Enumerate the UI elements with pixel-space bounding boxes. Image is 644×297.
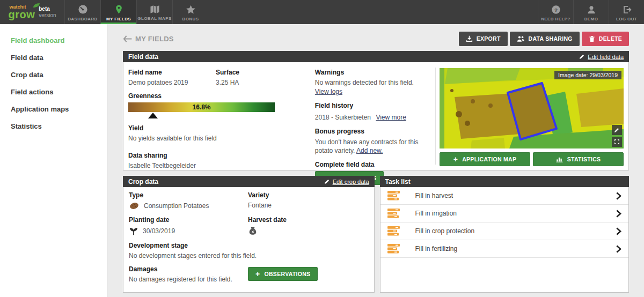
crop-data-panel-header: Crop data Edit crop data bbox=[123, 176, 375, 187]
chevron-right-icon bbox=[616, 210, 621, 218]
harvest-sack-icon bbox=[248, 226, 258, 236]
greenness-gradient-bar: 16.8% bbox=[128, 102, 275, 112]
brand-logo[interactable]: watchit grow beta version bbox=[0, 0, 64, 24]
trash-icon bbox=[589, 35, 595, 42]
gauge-icon bbox=[78, 4, 88, 14]
export-button[interactable]: EXPORT bbox=[459, 32, 508, 46]
logout-icon bbox=[622, 5, 632, 14]
potato-icon bbox=[129, 202, 140, 210]
data-sharing-value: Isabelle Teeltbegeleider bbox=[128, 162, 312, 169]
nav-my-fields[interactable]: MY FIELDS bbox=[100, 0, 136, 24]
chevron-right-icon bbox=[616, 245, 621, 253]
main-content: MY FIELDS EXPORT DATA SHARING DELETE bbox=[108, 24, 644, 297]
field-data-panel-body: Field name Demo potatoes 2019 Surface 3.… bbox=[123, 62, 629, 170]
task-row-fill-in-fertilizing[interactable]: Fill in fertilizing bbox=[380, 240, 629, 258]
task-list-icon bbox=[387, 244, 401, 254]
damages-value: No damages registered for this field. bbox=[129, 276, 248, 283]
image-tool-buttons bbox=[612, 125, 622, 147]
view-more-link[interactable]: View more bbox=[376, 114, 406, 121]
field-data-panel-header: Field data Edit field data bbox=[123, 51, 629, 62]
left-sidebar: Field dashboard Field data Crop data Fie… bbox=[0, 24, 107, 297]
task-list-icon bbox=[387, 209, 401, 218]
people-icon bbox=[517, 35, 525, 42]
sidebar-item-field-dashboard[interactable]: Field dashboard bbox=[11, 35, 107, 47]
task-label: Fill in harvest bbox=[415, 192, 616, 199]
field-panel-divider bbox=[435, 68, 436, 165]
harvest-date-label: Harvest date bbox=[248, 216, 369, 224]
brand-grow-text: grow bbox=[8, 9, 35, 20]
back-to-my-fields-link[interactable]: MY FIELDS bbox=[123, 35, 174, 43]
statistics-button-label: STATISTICS bbox=[567, 156, 601, 162]
warnings-label: Warnings bbox=[315, 69, 430, 76]
fullscreen-button[interactable] bbox=[612, 137, 622, 147]
field-name-label: Field name bbox=[128, 69, 216, 76]
field-data-panel: Field data Edit field data Field name De… bbox=[123, 51, 629, 170]
task-row-fill-in-crop-protection[interactable]: Fill in crop protection bbox=[380, 222, 629, 240]
sidebar-item-statistics[interactable]: Statistics bbox=[11, 121, 107, 132]
add-new-contract-link[interactable]: Add new. bbox=[356, 147, 383, 154]
download-icon bbox=[466, 35, 473, 42]
statistics-button[interactable]: STATISTICS bbox=[533, 152, 624, 166]
nav-user-demo[interactable]: DEMO bbox=[573, 0, 609, 24]
chevron-right-icon bbox=[616, 227, 621, 235]
navbar-spacer bbox=[208, 0, 538, 24]
task-list-panel-title: Task list bbox=[385, 178, 411, 185]
nav-global-maps[interactable]: GLOBAL MAPS bbox=[136, 0, 172, 24]
nav-bonus[interactable]: BONUS bbox=[172, 0, 208, 24]
edit-crop-data-link-label: Edit crop data bbox=[333, 179, 369, 185]
greenness-marker-icon bbox=[148, 113, 158, 118]
nav-log-out[interactable]: LOG OUT bbox=[609, 0, 644, 24]
field-data-left-column: Field name Demo potatoes 2019 Surface 3.… bbox=[128, 66, 312, 170]
field-name-value: Demo potatoes 2019 bbox=[128, 79, 216, 86]
crop-data-panel-body: Type Consumption Potatoes Variety Fontan… bbox=[123, 187, 375, 293]
fullscreen-icon bbox=[614, 139, 620, 145]
delete-button-label: DELETE bbox=[599, 35, 622, 42]
task-row-fill-in-irrigation[interactable]: Fill in irrigation bbox=[380, 205, 629, 222]
planting-date-label: Planting date bbox=[129, 216, 248, 224]
data-sharing-button[interactable]: DATA SHARING bbox=[510, 32, 580, 46]
data-sharing-button-label: DATA SHARING bbox=[529, 35, 573, 42]
watchitgrow-app: watchit grow beta version DASHBOARD MY F… bbox=[0, 0, 644, 297]
nav-need-help[interactable]: ? NEED HELP? bbox=[538, 0, 573, 24]
greenness-label: Greenness bbox=[128, 92, 312, 100]
view-logs-link[interactable]: View logs bbox=[315, 88, 342, 95]
image-action-buttons: + APPLICATION MAP STATISTICS bbox=[440, 152, 624, 166]
svg-text:?: ? bbox=[554, 6, 557, 12]
version-text: version bbox=[39, 12, 56, 18]
nav-dashboard-label: DASHBOARD bbox=[68, 17, 98, 21]
sidebar-item-field-data[interactable]: Field data bbox=[11, 52, 107, 64]
development-stage-value: No development stages entered for this f… bbox=[129, 252, 369, 259]
field-data-panel-title: Field data bbox=[128, 53, 158, 61]
image-date-badge: Image date: 29/03/2019 bbox=[554, 71, 621, 79]
export-button-label: EXPORT bbox=[477, 35, 501, 42]
field-history-value: 2018 - Suikerbieten bbox=[315, 114, 371, 121]
task-row-fill-in-harvest[interactable]: Fill in harvest bbox=[380, 187, 629, 205]
edit-field-shape-button[interactable] bbox=[612, 125, 622, 135]
sidebar-item-application-maps[interactable]: Application maps bbox=[11, 103, 107, 115]
page-toolbar: MY FIELDS EXPORT DATA SHARING DELETE bbox=[123, 31, 629, 46]
edit-field-data-link[interactable]: Edit field data bbox=[579, 54, 624, 60]
ndvi-map-graphic bbox=[440, 68, 624, 148]
sidebar-item-crop-data[interactable]: Crop data bbox=[11, 69, 107, 81]
nav-need-help-label: NEED HELP? bbox=[541, 17, 570, 21]
field-ndvi-image[interactable]: Image date: 29/03/2019 bbox=[440, 68, 624, 148]
plus-icon: + bbox=[255, 270, 260, 278]
map-icon bbox=[150, 5, 160, 14]
bottom-panels-row: Crop data Edit crop data Type bbox=[123, 176, 629, 293]
beta-text: beta bbox=[39, 6, 50, 12]
edit-crop-data-link[interactable]: Edit crop data bbox=[324, 179, 369, 185]
delete-button[interactable]: DELETE bbox=[582, 32, 629, 46]
observations-button-label: OBSERVATIONS bbox=[264, 271, 310, 277]
seedling-icon bbox=[129, 226, 138, 236]
nav-dashboard[interactable]: DASHBOARD bbox=[64, 0, 100, 24]
crop-type-label: Type bbox=[129, 191, 248, 199]
observations-button[interactable]: + OBSERVATIONS bbox=[248, 267, 318, 281]
plus-icon: + bbox=[453, 155, 458, 163]
nav-global-maps-label: GLOBAL MAPS bbox=[137, 16, 171, 21]
task-label: Fill in fertilizing bbox=[415, 245, 616, 253]
application-map-button[interactable]: + APPLICATION MAP bbox=[440, 152, 530, 166]
sidebar-item-field-actions[interactable]: Field actions bbox=[11, 86, 107, 98]
task-list-icon bbox=[387, 191, 401, 201]
edit-field-data-link-label: Edit field data bbox=[588, 54, 624, 60]
map-pin-icon bbox=[114, 4, 123, 14]
